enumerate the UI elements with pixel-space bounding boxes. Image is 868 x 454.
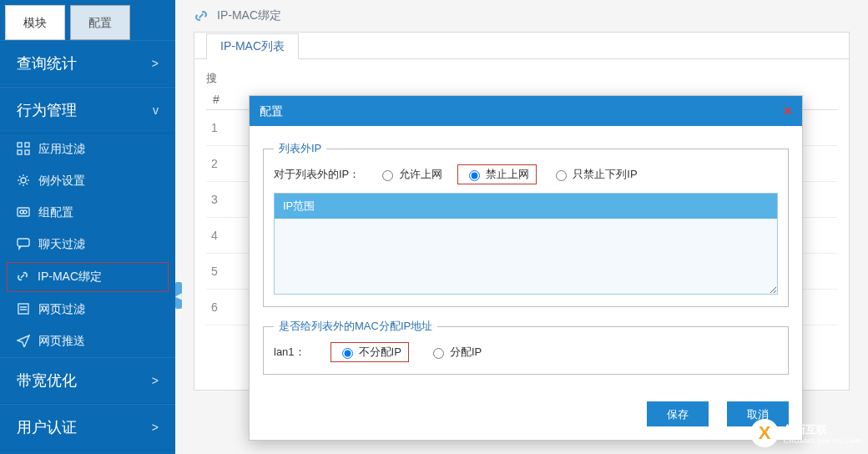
- sidebar-item-chat-filter[interactable]: 聊天过滤: [0, 229, 175, 260]
- nav-group-label: 带宽优化: [17, 371, 77, 391]
- svg-point-7: [23, 210, 27, 214]
- nav-group-stats[interactable]: 查询统计 >: [0, 40, 175, 87]
- svg-rect-1: [25, 143, 29, 147]
- tab-config[interactable]: 配置: [70, 5, 130, 40]
- sidebar-item-label: 网页推送: [38, 334, 85, 349]
- fieldset-outside-ip: 列表外IP 对于列表外的IP： 允许上网 禁止上网 只禁止下列IP IP范围: [263, 141, 789, 307]
- config-dialog: 配置 × 列表外IP 对于列表外的IP： 允许上网 禁止上网 只禁止下列IP: [249, 95, 803, 441]
- brand-line1: 创新互联: [784, 422, 861, 437]
- radio-assign[interactable]: 分配IP: [429, 345, 482, 360]
- outside-ip-radio-row: 对于列表外的IP： 允许上网 禁止上网 只禁止下列IP: [274, 164, 778, 184]
- tab-ipmac-list[interactable]: IP-MAC列表: [206, 33, 299, 59]
- panel-tabs: IP-MAC列表: [194, 33, 849, 59]
- radio-assign-input[interactable]: [433, 348, 444, 359]
- chevron-right-icon: >: [152, 374, 159, 387]
- svg-rect-3: [25, 150, 29, 154]
- sidebar-item-app-filter[interactable]: 应用过滤: [0, 134, 175, 165]
- chat-icon: [17, 237, 32, 252]
- brand-watermark: X 创新互联 CHUANG XIN HU LIAN: [750, 419, 861, 447]
- ip-range-box: IP范围: [274, 193, 778, 295]
- nav-group-label: 查询统计: [17, 53, 77, 73]
- radio-allow[interactable]: 允许上网: [378, 167, 442, 182]
- sidebar-item-group-config[interactable]: 组配置: [0, 197, 175, 229]
- svg-point-4: [21, 178, 26, 183]
- save-button[interactable]: 保存: [647, 401, 709, 426]
- radio-no-assign[interactable]: 不分配IP: [331, 342, 409, 362]
- dialog-header[interactable]: 配置 ×: [250, 96, 802, 126]
- link-icon: [16, 270, 31, 285]
- sidebar-item-label: 例外设置: [38, 174, 85, 189]
- radio-block[interactable]: 禁止上网: [457, 164, 537, 184]
- radio-label: 禁止上网: [486, 167, 529, 182]
- brand-text: 创新互联 CHUANG XIN HU LIAN: [784, 422, 861, 445]
- lan-label: lan1：: [274, 345, 305, 360]
- users-icon: [17, 205, 32, 220]
- sidebar-item-web-push[interactable]: 网页推送: [0, 325, 175, 357]
- search-label: 搜: [206, 72, 217, 84]
- chevron-right-icon: >: [152, 57, 159, 70]
- breadcrumb-title: IP-MAC绑定: [217, 8, 281, 23]
- radio-label: 不分配IP: [359, 345, 401, 360]
- svg-rect-9: [18, 304, 28, 314]
- tab-module[interactable]: 模块: [5, 5, 65, 40]
- page-icon: [17, 302, 32, 317]
- radio-block-list-input[interactable]: [556, 170, 567, 181]
- column-hash: #: [206, 93, 226, 106]
- dialog-body: 列表外IP 对于列表外的IP： 允许上网 禁止上网 只禁止下列IP IP范围: [250, 126, 802, 395]
- radio-label: 允许上网: [399, 167, 442, 182]
- radio-no-assign-input[interactable]: [342, 348, 353, 359]
- lan-row: lan1： 不分配IP 分配IP: [274, 342, 778, 362]
- chevron-right-icon: >: [152, 421, 159, 434]
- chevron-down-icon: v: [153, 103, 159, 117]
- grid-icon: [17, 142, 32, 157]
- dialog-title: 配置: [260, 96, 283, 126]
- nav-group-label: 用户认证: [17, 417, 77, 437]
- svg-rect-2: [18, 150, 22, 154]
- sidebar-item-web-filter[interactable]: 网页过滤: [0, 294, 175, 325]
- fieldset-mac-assign: 是否给列表外的MAC分配IP地址 lan1： 不分配IP 分配IP: [263, 319, 789, 375]
- sidebar: 模块 配置 查询统计 > 行为管理 v 应用过滤 例外设置 组配置 聊天过滤 I…: [0, 0, 175, 454]
- gear-icon: [17, 174, 32, 189]
- sidebar-item-exception[interactable]: 例外设置: [0, 165, 175, 197]
- ip-range-header: IP范围: [275, 194, 777, 219]
- radio-label: 分配IP: [450, 345, 482, 360]
- sidebar-item-label: 聊天过滤: [38, 237, 85, 252]
- sidebar-tabbar: 模块 配置: [0, 0, 175, 40]
- dialog-buttons: 保存 取消: [250, 395, 802, 440]
- nav-group-bandwidth[interactable]: 带宽优化 >: [0, 357, 175, 404]
- fieldset-legend: 列表外IP: [274, 141, 326, 156]
- brand-icon: X: [750, 419, 779, 447]
- radio-allow-input[interactable]: [382, 170, 393, 181]
- sidebar-item-label: 网页过滤: [38, 302, 85, 317]
- sidebar-item-label: IP-MAC绑定: [38, 270, 102, 285]
- fieldset-legend: 是否给列表外的MAC分配IP地址: [274, 319, 437, 334]
- svg-rect-8: [18, 239, 29, 246]
- outside-ip-prompt: 对于列表外的IP：: [274, 167, 360, 182]
- breadcrumb: IP-MAC绑定: [175, 0, 868, 32]
- radio-block-input[interactable]: [469, 170, 480, 181]
- sidebar-item-ipmac-bind[interactable]: IP-MAC绑定: [7, 262, 169, 292]
- nav-group-behavior[interactable]: 行为管理 v: [0, 87, 175, 134]
- close-icon[interactable]: ×: [783, 96, 792, 126]
- svg-rect-0: [18, 143, 22, 147]
- radio-label: 只禁止下列IP: [573, 167, 637, 182]
- link-icon: [194, 8, 209, 23]
- sidebar-item-label: 应用过滤: [38, 142, 85, 157]
- ip-range-body[interactable]: [275, 219, 777, 294]
- send-icon: [17, 334, 32, 349]
- nav-group-userauth[interactable]: 用户认证 >: [0, 404, 175, 451]
- radio-block-list[interactable]: 只禁止下列IP: [552, 167, 637, 182]
- sidebar-item-label: 组配置: [38, 205, 73, 220]
- search-row: 搜: [206, 71, 837, 86]
- brand-line2: CHUANG XIN HU LIAN: [784, 437, 861, 445]
- nav-group-label: 行为管理: [17, 100, 77, 120]
